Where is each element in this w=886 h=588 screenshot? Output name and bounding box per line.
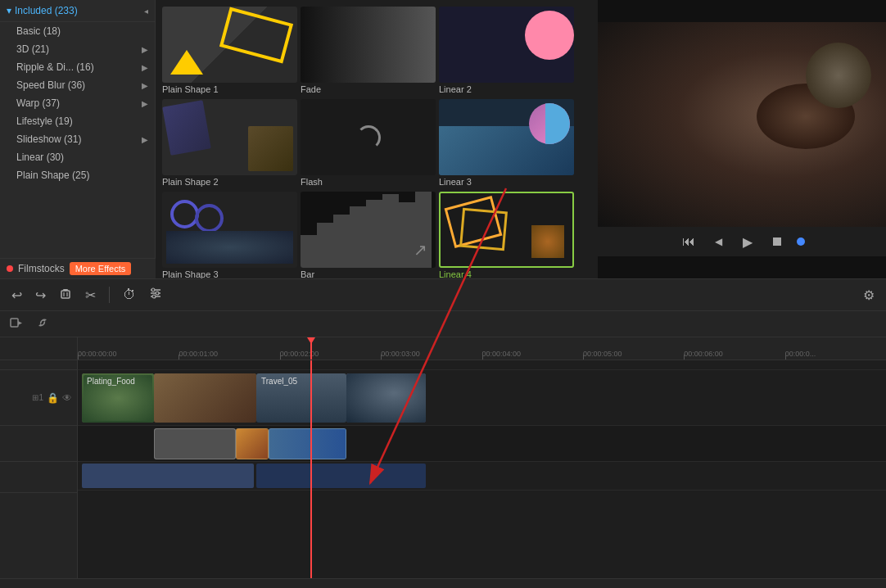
- sidebar-item-lifestyle-label: Lifestyle (19): [16, 115, 73, 127]
- effect-clip-small[interactable]: [236, 428, 269, 459]
- ruler-mark-0: 00:00:00:00: [78, 350, 179, 360]
- sidebar-item-warp-label: Warp (37): [16, 97, 60, 109]
- ruler-mark-6: 00:00:06:00: [684, 350, 784, 360]
- history-button[interactable]: ⏱: [120, 284, 139, 305]
- track-number-icon: ⊞1: [32, 393, 43, 402]
- effect-linear-2[interactable]: Linear 2: [439, 7, 574, 96]
- track-content-area: Plating_Food Travel_05: [78, 360, 886, 578]
- sidebar-header-label: Included (233): [15, 5, 78, 16]
- effect-linear-4[interactable]: Linear 4: [439, 192, 574, 278]
- sidebar-item-warp-arrow: ▶: [142, 99, 148, 108]
- timeline-ruler: 00:00:00:00 00:00:01:00 00:00:02:00 00:0…: [0, 337, 886, 360]
- link-button[interactable]: [33, 314, 52, 333]
- svg-marker-11: [18, 321, 22, 325]
- effect-plain-shape-2-label: Plain Shape 2: [162, 175, 297, 188]
- track-lock-icon[interactable]: 🔒: [47, 392, 59, 404]
- sidebar-item-plainshape[interactable]: Plain Shape (25): [0, 166, 155, 184]
- sidebar-item-speedblur-arrow: ▶: [142, 81, 148, 90]
- svg-point-7: [151, 288, 155, 292]
- sidebar-item-basic-label: Basic (18): [16, 25, 61, 37]
- svg-point-8: [156, 292, 159, 295]
- sidebar-item-ripple-arrow: ▶: [142, 63, 148, 72]
- track-visibility-icon[interactable]: 👁: [62, 392, 72, 404]
- svg-rect-1: [63, 289, 68, 291]
- effect-linear-4-label: Linear 4: [439, 268, 574, 278]
- effect-flash[interactable]: Flash: [301, 99, 436, 188]
- video-track-row: Plating_Food Travel_05: [78, 370, 886, 426]
- more-effects-button[interactable]: More Effects: [70, 262, 132, 275]
- timeline-scrollbar[interactable]: [0, 578, 886, 588]
- effect-plain-shape-1-label: Plain Shape 1: [162, 83, 297, 96]
- sidebar-item-linear[interactable]: Linear (30): [0, 148, 155, 166]
- sidebar-item-3d-label: 3D (21): [16, 43, 49, 55]
- filmstocks-label: Filmstocks: [18, 263, 65, 274]
- sidebar-item-ripple[interactable]: Ripple & Di... (16) ▶: [0, 58, 155, 76]
- preview-controls: ⏮ ◀ ▶ ⏹: [598, 227, 886, 256]
- effect-flash-label: Flash: [301, 175, 436, 188]
- sidebar-item-3d[interactable]: 3D (21) ▶: [0, 40, 155, 58]
- audio-clip-1[interactable]: [82, 464, 254, 488]
- undo-button[interactable]: ↩: [8, 284, 25, 306]
- ruler-mark-3: 00:00:03:00: [381, 350, 481, 360]
- clip-plating-food[interactable]: Plating_Food: [82, 373, 154, 423]
- sidebar-item-lifestyle[interactable]: Lifestyle (19): [0, 112, 155, 130]
- effect-plain-shape-3-label: Plain Shape 3: [162, 268, 297, 278]
- stop-button[interactable]: ⏹: [767, 232, 787, 251]
- sidebar-item-basic[interactable]: Basic (18): [0, 22, 155, 40]
- clip-food2[interactable]: [154, 373, 256, 423]
- audio-track-row: [78, 462, 886, 491]
- track-label-audio: [0, 462, 77, 493]
- effect-bar[interactable]: ↗ Bar: [301, 192, 436, 278]
- toolbar-more-button[interactable]: ⚙: [860, 284, 878, 306]
- effect-clip-white[interactable]: [154, 428, 236, 459]
- sidebar-chevron: ▾: [7, 5, 11, 16]
- clip-action[interactable]: [346, 373, 426, 423]
- ruler-mark-2: 00:00:02:00: [280, 350, 381, 360]
- effect-linear-2-label: Linear 2: [439, 83, 574, 96]
- timeline-area: 00:00:00:00 00:00:01:00 00:00:02:00 00:0…: [0, 311, 886, 588]
- ruler-mark-4: 00:00:04:00: [482, 350, 583, 360]
- audio-clip-2[interactable]: [256, 464, 426, 488]
- toolbar-right: ⚙: [860, 284, 878, 306]
- preview-area: ⏮ ◀ ▶ ⏹: [598, 0, 886, 278]
- progress-indicator: [797, 237, 805, 246]
- sidebar-header[interactable]: ▾ Included (233) ◂: [0, 0, 155, 22]
- shape-triangle-icon: [170, 50, 203, 75]
- play-button[interactable]: ▶: [738, 232, 757, 251]
- track-label-spacer: [0, 360, 77, 370]
- clip-travel[interactable]: Travel_05: [256, 373, 346, 423]
- add-media-button[interactable]: [7, 314, 26, 333]
- effect-linear-3[interactable]: Linear 3: [439, 99, 574, 188]
- top-area: ▾ Included (233) ◂ Basic (18) 3D (21) ▶ …: [0, 0, 886, 278]
- settings-button[interactable]: [146, 283, 165, 306]
- sidebar: ▾ Included (233) ◂ Basic (18) 3D (21) ▶ …: [0, 0, 156, 278]
- sidebar-item-speedblur[interactable]: Speed Blur (36) ▶: [0, 76, 155, 94]
- effect-plain-shape-1[interactable]: Plain Shape 1: [162, 7, 297, 96]
- ruler-mark-5: 00:00:05:00: [583, 350, 684, 360]
- cut-button[interactable]: ✂: [82, 284, 99, 306]
- sidebar-item-plainshape-label: Plain Shape (25): [16, 170, 89, 181]
- effect-clip-right[interactable]: [269, 428, 346, 459]
- effect-plain-shape-2[interactable]: Plain Shape 2: [162, 99, 297, 188]
- playhead-triangle: [307, 337, 315, 344]
- ruler-mark-7: 00:00:0...: [785, 350, 886, 360]
- sidebar-item-linear-label: Linear (30): [16, 152, 64, 163]
- sidebar-item-speedblur-label: Speed Blur (36): [16, 79, 85, 91]
- skip-back-button[interactable]: ⏮: [679, 232, 698, 251]
- effect-fade[interactable]: Fade: [301, 7, 436, 96]
- effect-plain-shape-3[interactable]: Plain Shape 3: [162, 192, 297, 278]
- toolbar: ↩ ↪ ✂ ⏱ ⚙: [0, 278, 886, 311]
- svg-point-9: [152, 295, 156, 298]
- effects-grid-area: Plain Shape 1 Fade Linear 2: [156, 0, 598, 278]
- delete-button[interactable]: [56, 283, 75, 306]
- track-label-video: ⊞1 🔒 👁: [0, 370, 77, 426]
- flash-spinner-icon: [356, 125, 381, 150]
- effects-grid: Plain Shape 1 Fade Linear 2: [156, 0, 598, 278]
- preview-video: [598, 22, 886, 227]
- sidebar-collapse-icon: ◂: [144, 7, 148, 16]
- step-back-button[interactable]: ◀: [708, 232, 728, 251]
- sidebar-item-warp[interactable]: Warp (37) ▶: [0, 94, 155, 112]
- redo-button[interactable]: ↪: [32, 284, 49, 306]
- sidebar-item-slideshow[interactable]: Slideshow (31) ▶: [0, 130, 155, 148]
- bar-arrow-icon: ↗: [414, 240, 427, 260]
